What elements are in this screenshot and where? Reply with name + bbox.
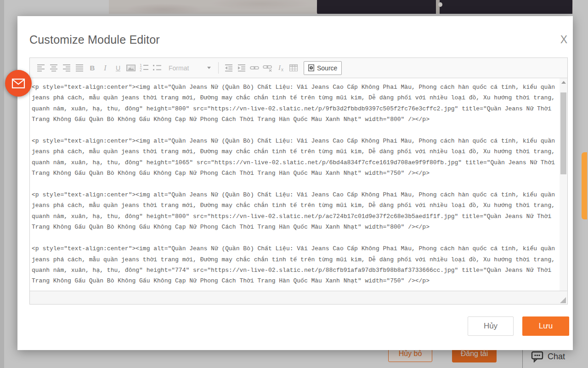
indent-button[interactable] <box>237 63 246 73</box>
customize-module-editor-modal: Customize Module Editor X B I U 12 Forma… <box>17 16 573 350</box>
align-right-button[interactable] <box>62 63 71 73</box>
remove-format-icon: Ix <box>278 64 283 72</box>
format-dropdown[interactable]: Format <box>169 64 211 72</box>
source-code-textarea[interactable]: <p style="text-align:center"><img alt="Q… <box>30 78 567 291</box>
justify-button[interactable] <box>75 63 84 73</box>
resize-grip[interactable] <box>560 297 566 303</box>
indent-icon <box>238 64 246 72</box>
numbered-list-icon: 12 <box>140 64 148 72</box>
table-button[interactable] <box>289 63 298 73</box>
editor-toolbar: B I U 12 Format Ix Source <box>30 58 567 78</box>
bold-icon: B <box>90 64 95 72</box>
numbered-list-button[interactable]: 12 <box>139 63 148 73</box>
insert-image-button[interactable] <box>126 63 136 73</box>
bold-button[interactable]: B <box>88 63 97 73</box>
envelope-icon <box>11 78 25 89</box>
editor-footer <box>30 291 567 304</box>
outdent-icon <box>225 64 233 72</box>
source-toggle-button[interactable]: Source <box>304 61 342 75</box>
rich-text-editor: B I U 12 Format Ix Source <box>29 58 568 305</box>
scrollbar-up-arrow[interactable] <box>561 81 566 84</box>
underline-button[interactable]: U <box>113 63 123 73</box>
align-center-button[interactable] <box>49 63 58 73</box>
unlink-icon <box>263 64 272 72</box>
align-center-icon <box>50 64 58 72</box>
svg-text:1: 1 <box>140 64 142 68</box>
table-icon <box>289 64 298 71</box>
chevron-down-icon <box>207 67 211 69</box>
format-dropdown-label: Format <box>169 64 189 72</box>
scrollbar-thumb[interactable] <box>560 92 566 174</box>
bulleted-list-icon <box>153 64 161 72</box>
unlink-button[interactable] <box>263 63 272 73</box>
outdent-button[interactable] <box>224 63 233 73</box>
scrollbar[interactable] <box>560 78 567 291</box>
bulleted-list-button[interactable] <box>152 63 161 73</box>
image-icon <box>126 64 136 72</box>
feedback-mail-button[interactable] <box>5 70 32 97</box>
align-left-button[interactable] <box>36 63 45 73</box>
toolbar-separator <box>218 62 219 74</box>
align-right-icon <box>63 64 71 72</box>
align-left-icon <box>37 64 45 72</box>
close-button[interactable]: X <box>560 34 567 46</box>
italic-button[interactable]: I <box>101 63 110 73</box>
source-icon <box>308 64 314 71</box>
underline-icon: U <box>116 64 120 72</box>
cancel-button[interactable]: Hủy <box>468 316 514 336</box>
link-button[interactable] <box>250 63 259 73</box>
italic-icon: I <box>104 64 106 72</box>
modal-title: Customize Module Editor <box>29 33 160 46</box>
save-button[interactable]: Lưu <box>522 316 569 336</box>
svg-text:2: 2 <box>140 68 142 72</box>
source-view: <p style="text-align:center"><img alt="Q… <box>30 78 567 291</box>
side-panel-tab[interactable] <box>582 152 587 219</box>
source-button-label: Source <box>317 64 337 72</box>
remove-format-button[interactable]: Ix <box>276 63 285 73</box>
link-icon <box>250 65 259 71</box>
screen: Hủy bỏ Đăng tải Chat Customize Module Ed… <box>0 0 588 368</box>
justify-icon <box>76 64 84 72</box>
